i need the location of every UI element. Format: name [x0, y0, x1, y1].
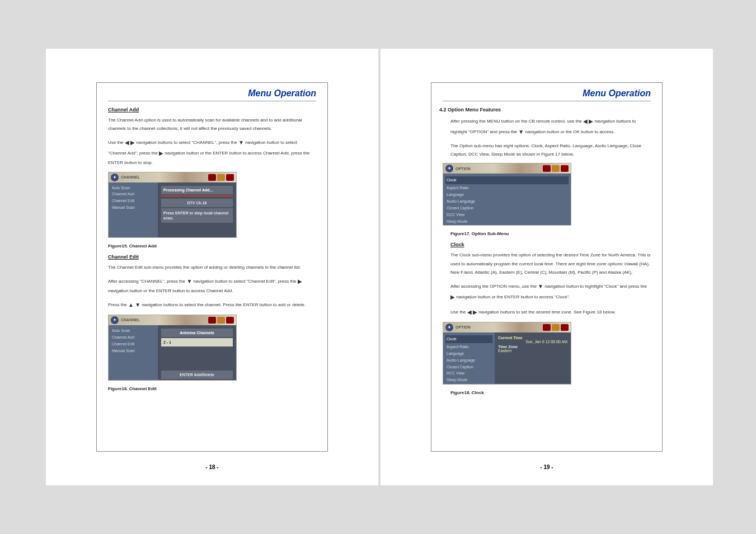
osd-screenshot-channel-edit: ✦CHANNEL Auto Scan Channel Add Channel E…: [108, 315, 237, 381]
page-number: - 19 -: [431, 464, 662, 470]
left-arrow-icon: ◀: [125, 139, 129, 146]
osd-item: Closed Caption: [447, 364, 491, 371]
menu-tab-icon: [226, 317, 234, 324]
osd-label: Current Time: [498, 336, 567, 340]
osd-item: Channel Add: [112, 334, 154, 341]
up-arrow-icon: ▲: [128, 302, 134, 308]
osd-item: Auto Scan: [112, 185, 154, 191]
osd-value: Sun, Jan 0 12:00:00 AM: [498, 340, 567, 344]
body-text: The Channel Add option is used to automa…: [108, 116, 316, 133]
osd-item: Channel Edit: [112, 341, 154, 348]
figure-caption: Figure18. Clock: [450, 390, 651, 395]
gear-icon: ✦: [111, 316, 119, 324]
right-arrow-icon: ▶: [130, 139, 135, 146]
osd-item: Language: [447, 191, 567, 198]
menu-tab-icon: [552, 324, 560, 331]
osd-item: Clock: [445, 176, 569, 184]
osd-status: 2 - 1: [161, 338, 233, 346]
body-text: Use the ◀ ▶ navigation buttons to set th…: [450, 307, 651, 317]
osd-item: Audio Language: [447, 198, 567, 205]
menu-tab-icon: [208, 174, 216, 181]
body-text: After accessing "CHANNEL", press the ▼ n…: [108, 276, 316, 295]
figure-caption: Figure15. Channel Add: [108, 243, 316, 249]
feature-heading: 4.2 Option Menu Features: [439, 107, 651, 113]
content-frame: Menu Operation Channel Add The Channel A…: [96, 82, 328, 452]
osd-status: Processing Channel Add...: [161, 186, 233, 194]
right-arrow-icon: ▶: [298, 278, 302, 284]
osd-item: Language: [447, 350, 491, 357]
section-channel-add-title: Channel Add: [108, 107, 316, 113]
left-arrow-icon: ◀: [583, 118, 588, 124]
manual-page-18: Menu Operation Channel Add The Channel A…: [46, 49, 378, 485]
osd-item: DCC View: [447, 370, 491, 377]
body-text: The Channel Edit sub-menu provides the o…: [108, 263, 316, 271]
osd-status: DTV Ch.18: [161, 199, 233, 207]
gear-icon: ✦: [445, 324, 453, 331]
osd-item: Closed Caption: [447, 205, 567, 212]
page-header: Menu Operation: [108, 88, 316, 101]
page-number: - 18 -: [97, 464, 327, 470]
osd-item: Channel Edit: [112, 198, 154, 204]
menu-tab-icon: [561, 165, 569, 172]
osd-screenshot-channel-add: ✦CHANNEL Auto Scan Channel Add Channel E…: [108, 172, 237, 238]
osd-item: Aspect Ratio: [447, 185, 567, 191]
gear-icon: ✦: [111, 174, 119, 181]
menu-tab-icon: [217, 317, 225, 324]
page-header: Menu Operation: [443, 88, 651, 101]
down-arrow-icon: ▼: [538, 283, 543, 289]
body-text: Press the ▲ ▼ navigation buttons to sele…: [108, 299, 316, 310]
osd-item: Sleep Mode: [447, 377, 491, 383]
progress-bar: [161, 195, 233, 196]
right-arrow-icon: ▶: [159, 150, 163, 156]
osd-item: Channel Add: [112, 191, 154, 198]
left-arrow-icon: ◀: [467, 309, 472, 315]
figure-caption: Figure16. Channel Edit: [108, 386, 316, 391]
body-text: After pressing the MENU button on the CB…: [450, 116, 651, 137]
section-clock-title: Clock: [450, 242, 651, 247]
down-arrow-icon: ▼: [186, 278, 192, 284]
menu-tab-icon: [208, 317, 216, 324]
menu-tab-icon: [226, 174, 234, 181]
osd-item: Audio Language: [447, 357, 491, 364]
osd-item: Sleep Mode: [447, 218, 567, 225]
body-text: The Clock sub-menu provides the option o…: [450, 251, 651, 277]
body-text: After accessing the OPTION menu, use the…: [450, 281, 651, 302]
menu-tab-icon: [561, 324, 569, 331]
menu-tab-icon: [217, 174, 225, 181]
body-text: The Option sub-menu has eight options: C…: [450, 142, 651, 158]
menu-tab-icon: [543, 324, 551, 331]
osd-screenshot-clock: ✦OPTION Clock Aspect Ratio Language Audi…: [443, 322, 571, 385]
menu-tab-icon: [552, 165, 560, 172]
osd-screenshot-option-menu: ✦OPTION Clock Aspect Ratio Language Audi…: [443, 163, 571, 226]
down-arrow-icon: ▼: [238, 139, 244, 146]
osd-label: Time Zone: [498, 345, 567, 349]
body-text: Use the ◀ ▶ navigation buttons to select…: [108, 137, 316, 167]
right-arrow-icon: ▶: [473, 309, 477, 315]
osd-item: Manual Scan: [112, 204, 154, 211]
section-channel-edit-title: Channel Edit: [108, 254, 316, 260]
menu-tab-icon: [543, 165, 551, 172]
down-arrow-icon: ▼: [135, 302, 140, 308]
figure-caption: Figure17. Option Sub-Menu: [450, 231, 651, 236]
osd-status: Antenna Channels: [161, 329, 233, 337]
osd-item: Aspect Ratio: [447, 344, 491, 350]
osd-item: Clock: [445, 335, 492, 343]
osd-item: Auto Scan: [112, 327, 154, 334]
osd-status: Press ENTER to stop local channel scan.: [161, 208, 233, 223]
osd-value: Eastern: [498, 349, 567, 353]
osd-footer: ENTER Add/Delete: [161, 371, 233, 379]
down-arrow-icon: ▼: [518, 129, 524, 135]
content-frame: Menu Operation 4.2 Option Menu Features …: [431, 82, 663, 452]
osd-item: DCC View: [447, 212, 567, 218]
gear-icon: ✦: [445, 165, 453, 172]
osd-item: Manual Scan: [112, 348, 154, 354]
manual-page-19: Menu Operation 4.2 Option Menu Features …: [381, 49, 713, 485]
right-arrow-icon: ▶: [450, 294, 455, 300]
